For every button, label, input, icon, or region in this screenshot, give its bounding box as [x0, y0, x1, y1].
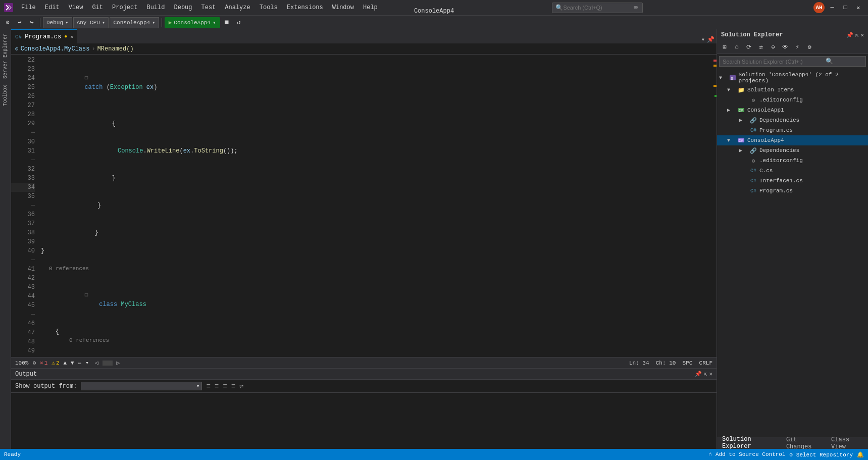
tree-consoleapp1[interactable]: ▶ C# ConsoleApp1: [717, 105, 868, 115]
editor-tab-program-cs[interactable]: C# Program.cs ● ✕: [11, 29, 77, 43]
se-pin-btn[interactable]: 📌: [846, 32, 853, 38]
select-repository-btn[interactable]: ⊙ Select Repository: [790, 451, 853, 458]
output-pin-btn[interactable]: 📌: [695, 371, 702, 377]
server-explorer-tab[interactable]: Server Explorer: [2, 31, 9, 81]
se-close-btn[interactable]: ✕: [860, 32, 864, 38]
menu-extensions[interactable]: Extensions: [283, 3, 327, 12]
user-avatar[interactable]: AH: [813, 2, 825, 13]
se-home-btn[interactable]: ⌂: [731, 41, 742, 53]
menu-window[interactable]: Window: [328, 3, 358, 12]
tab-close-btn[interactable]: ✕: [70, 34, 73, 40]
menu-git[interactable]: Git: [88, 3, 107, 12]
run-button[interactable]: ▶ ConsoleApp4 ▾: [165, 17, 220, 28]
tree-program-cs-1[interactable]: C# Program.cs: [717, 125, 868, 135]
nav-up-btn[interactable]: ▲: [64, 360, 67, 366]
expand-icon[interactable]: ▶: [739, 147, 747, 154]
tree-solution-items[interactable]: ▼ 📁 Solution Items: [717, 85, 868, 95]
nav-down-btn[interactable]: ▼: [71, 360, 74, 366]
toolbar-redo-btn[interactable]: ↪: [26, 17, 37, 28]
project-dropdown[interactable]: ConsoleApp4 ▾: [110, 17, 159, 28]
tree-deps-1[interactable]: ▶ 🔗 Dependencies: [717, 115, 868, 125]
toolbar-stop-btn[interactable]: ⏹: [221, 17, 232, 28]
tree-program-cs-4[interactable]: C# Program.cs: [717, 186, 868, 196]
tree-editorconfig-4[interactable]: ⚙ .editorconfig: [717, 156, 868, 166]
nav-filter-btn[interactable]: ▾: [85, 360, 89, 366]
expand-icon[interactable]: ▼: [727, 138, 735, 143]
title-search-box[interactable]: 🔍 ⌨: [552, 3, 643, 13]
maximize-button[interactable]: □: [840, 2, 851, 13]
tab-list-btn[interactable]: ▾: [701, 36, 705, 43]
toolbox-tab[interactable]: Toolbox: [2, 83, 9, 108]
debug-mode-dropdown[interactable]: Debug ▾: [43, 17, 72, 28]
mini-scrollbar[interactable]: [103, 361, 113, 366]
tree-editorconfig-1[interactable]: ⚙ .editorconfig: [717, 95, 868, 105]
se-settings-btn[interactable]: ⚙: [804, 41, 815, 53]
output-wrap-btn[interactable]: ⇌: [239, 382, 243, 390]
output-float-btn[interactable]: ⇱: [704, 371, 707, 377]
menu-project[interactable]: Project: [108, 3, 141, 12]
output-align-center[interactable]: ≡: [215, 382, 219, 390]
se-tab-class-view[interactable]: Class View: [826, 434, 868, 449]
editor-scrollbar[interactable]: [710, 55, 717, 357]
menu-debug[interactable]: Debug: [170, 3, 196, 12]
menu-file[interactable]: File: [17, 3, 40, 12]
se-sync-btn[interactable]: ⇄: [755, 41, 767, 53]
breadcrumb-class[interactable]: ConsoleApp4.MyClass: [21, 45, 90, 53]
warning-count-badge[interactable]: ⚠ 2: [52, 360, 59, 366]
fold-icon[interactable]: ⊟: [84, 75, 88, 82]
expand-icon[interactable]: ▼: [727, 87, 735, 93]
fold-icon[interactable]: ⊟: [84, 292, 88, 299]
menu-tools[interactable]: Tools: [256, 3, 282, 12]
toolbar-settings-btn[interactable]: ⚙: [2, 17, 13, 28]
pin-btn[interactable]: 📌: [707, 36, 714, 43]
tree-solution[interactable]: ▼ S Solution 'ConsoleApp4' (2 of 2 proje…: [717, 71, 868, 85]
output-source-dropdown[interactable]: ▾: [81, 382, 202, 390]
title-search-input[interactable]: [563, 5, 634, 11]
tree-interface1-cs[interactable]: C# Interface1.cs: [717, 176, 868, 186]
se-search-box[interactable]: 🔍: [719, 56, 866, 67]
code-content[interactable]: ⊟ catch (Exception ex) { Console.WriteLi…: [39, 55, 710, 357]
se-tab-git-changes[interactable]: Git Changes: [781, 434, 826, 449]
se-properties-btn[interactable]: ⊞: [719, 41, 730, 53]
se-view-btn[interactable]: 👁: [780, 41, 791, 53]
close-button[interactable]: ✕: [853, 2, 864, 13]
se-collapse-btn[interactable]: ⊖: [768, 41, 779, 53]
menu-view[interactable]: View: [65, 3, 87, 12]
svg-text:C#: C#: [739, 139, 743, 143]
deps-icon-4: 🔗: [749, 146, 757, 155]
expand-icon[interactable]: ▶: [727, 107, 735, 113]
se-refresh-btn[interactable]: ⟳: [743, 41, 754, 53]
output-align-right[interactable]: ≡: [223, 382, 227, 390]
nav-scroll-right[interactable]: ▷: [117, 360, 120, 366]
tree-c-cs[interactable]: C# C.cs: [717, 166, 868, 176]
output-align-justify[interactable]: ≡: [231, 382, 235, 390]
minimize-button[interactable]: —: [827, 2, 838, 13]
tree-deps-4[interactable]: ▶ 🔗 Dependencies: [717, 145, 868, 156]
expand-icon[interactable]: ▼: [719, 75, 727, 81]
toolbar-undo-btn[interactable]: ↩: [14, 17, 25, 28]
se-filter-btn[interactable]: ⚡: [792, 41, 803, 53]
source-control-btn[interactable]: ⑃ Add to Source Control: [708, 451, 785, 457]
expand-icon[interactable]: ▶: [739, 117, 747, 123]
menu-help[interactable]: Help: [359, 3, 382, 12]
menu-test[interactable]: Test: [197, 3, 220, 12]
output-close-btn[interactable]: ✕: [709, 371, 712, 377]
se-search-input[interactable]: [723, 59, 824, 65]
platform-dropdown[interactable]: Any CPU ▾: [73, 17, 109, 28]
se-tab-solution-explorer[interactable]: Solution Explorer: [717, 434, 781, 449]
menu-build[interactable]: Build: [142, 3, 169, 12]
breadcrumb-method[interactable]: MRenamed(): [97, 45, 134, 53]
menu-analyze[interactable]: Analyze: [221, 3, 254, 12]
se-float-btn[interactable]: ⇱: [855, 32, 859, 38]
output-align-left[interactable]: ≡: [206, 382, 210, 390]
breadcrumb-bar: ⊙ ConsoleApp4.MyClass › MRenamed(): [11, 43, 717, 55]
tree-consoleapp4[interactable]: ▼ C# ConsoleApp4: [717, 135, 868, 145]
editorconfig-label: .editorconfig: [759, 97, 803, 103]
menu-edit[interactable]: Edit: [41, 3, 64, 12]
notification-bell[interactable]: 🔔: [857, 451, 864, 458]
nav-scroll-left[interactable]: ◁: [95, 360, 98, 366]
repo-icon: ⊙: [790, 452, 793, 458]
error-count-badge[interactable]: ✕ 1: [40, 360, 47, 366]
git-icon: ⑃: [708, 451, 712, 457]
toolbar-restart-btn[interactable]: ↺: [233, 17, 244, 28]
